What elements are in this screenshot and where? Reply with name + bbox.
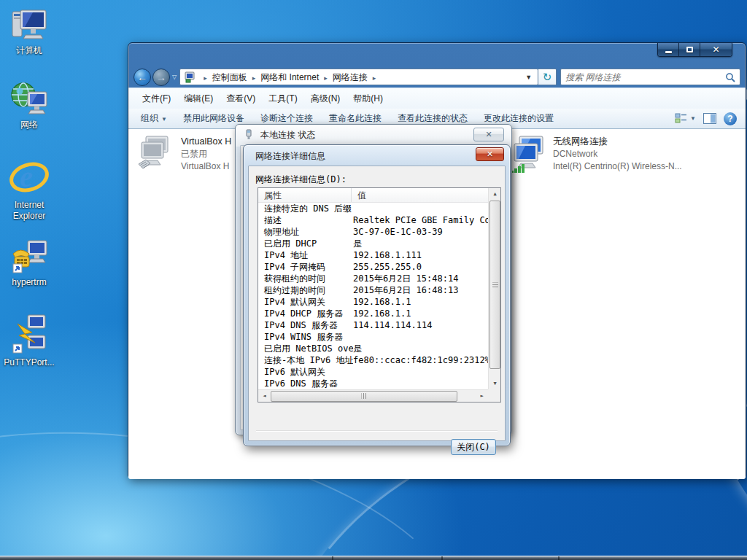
connection-name: VirtualBox H xyxy=(181,135,231,148)
search-box[interactable] xyxy=(560,69,740,85)
caption-buttons: ✕ xyxy=(657,43,732,57)
table-row[interactable]: 连接特定的 DNS 后缀 xyxy=(258,203,488,214)
value-cell: 192.168.1.1 xyxy=(353,308,488,319)
table-row[interactable]: IPv4 DNS 服务器114.114.114.114 xyxy=(258,319,488,331)
title-bar[interactable]: ✕ xyxy=(128,43,746,66)
desktop-icon-network[interactable]: 网络 xyxy=(1,79,57,131)
minimize-button[interactable] xyxy=(658,43,679,56)
taskbar-edge[interactable] xyxy=(0,556,747,560)
help-button[interactable]: ? xyxy=(724,112,737,125)
address-bar-row: ← → ▽ ▸控制面板▸网络和 Internet▸网络连接▸ ▼ ↻ xyxy=(128,66,746,88)
menu-item[interactable]: 高级(N) xyxy=(304,90,347,107)
desktop-icon-computer[interactable]: 计算机 xyxy=(1,4,57,56)
table-row[interactable]: IPv4 默认网关192.168.1.1 xyxy=(258,296,488,308)
vertical-scroll-thumb[interactable] xyxy=(489,201,500,369)
scroll-left-icon[interactable]: ◄ xyxy=(258,390,271,402)
status-dialog-titlebar[interactable]: 本地连接 状态 ✕ xyxy=(236,125,511,145)
table-row[interactable]: IPv6 默认网关 xyxy=(258,366,488,378)
putty-icon xyxy=(1,309,57,354)
details-list-label: 网络连接详细信息(D): xyxy=(255,174,347,186)
taskbar-separator xyxy=(441,556,443,560)
taskbar-separator xyxy=(558,556,560,560)
location-icon xyxy=(184,71,196,83)
breadcrumb-item[interactable]: 网络连接 xyxy=(333,72,368,82)
table-row[interactable]: IPv4 地址192.168.1.111 xyxy=(258,249,488,261)
chevron-down-icon: ▼ xyxy=(690,115,696,122)
search-input[interactable] xyxy=(565,72,725,82)
table-row[interactable]: 已启用 DHCP是 xyxy=(258,238,488,249)
table-row[interactable]: 连接-本地 IPv6 地址fe80::ccac:f482:1c99:2312%1… xyxy=(258,354,488,366)
connection-wireless[interactable]: 无线网络连接 DCNetwork Intel(R) Centrino(R) Wi… xyxy=(509,135,682,174)
refresh-icon: ↻ xyxy=(543,71,552,84)
table-row[interactable]: IPv6 DNS 服务器 xyxy=(258,378,488,389)
refresh-button[interactable]: ↻ xyxy=(538,69,557,85)
disabled-network-icon xyxy=(136,135,175,173)
internet-explorer-icon: e xyxy=(1,159,57,197)
value-cell xyxy=(353,331,488,343)
minimize-icon xyxy=(665,51,672,53)
thumb-grip xyxy=(362,393,367,399)
organize-button[interactable]: 组织▼ xyxy=(133,109,175,128)
horizontal-scroll-thumb[interactable] xyxy=(271,391,457,402)
column-header-value[interactable]: 值 xyxy=(352,188,500,202)
table-row[interactable]: 获得租约的时间2015年6月2日 15:48:14 xyxy=(258,273,488,284)
menu-item[interactable]: 文件(F) xyxy=(136,90,177,107)
connection-status: 已禁用 xyxy=(181,148,231,160)
breadcrumb-separator-icon: ▸ xyxy=(198,74,212,82)
table-row[interactable]: IPv4 WINS 服务器 xyxy=(258,331,488,343)
scroll-down-icon[interactable]: ▼ xyxy=(489,378,501,389)
breadcrumb-item[interactable]: 网络和 Internet xyxy=(260,72,319,82)
maximize-button[interactable] xyxy=(679,43,700,56)
property-cell: IPv4 子网掩码 xyxy=(258,261,353,273)
property-cell: 连接-本地 IPv6 地址 xyxy=(258,354,353,366)
value-cell: 是 xyxy=(353,343,488,354)
table-row[interactable]: IPv4 DHCP 服务器192.168.1.1 xyxy=(258,308,488,319)
column-header-property[interactable]: 属性 xyxy=(258,188,352,202)
computer-icon xyxy=(1,4,57,42)
table-row[interactable]: 物理地址3C-97-0E-1C-03-39 xyxy=(258,226,488,238)
chevron-down-icon: ▼ xyxy=(161,116,167,122)
nic-icon xyxy=(243,129,255,141)
taskbar-separator xyxy=(332,556,333,560)
details-dialog-close-button[interactable]: ✕ xyxy=(476,147,504,161)
status-dialog-close-button[interactable]: ✕ xyxy=(473,128,504,141)
history-dropdown-icon[interactable]: ▽ xyxy=(172,74,177,80)
menu-item[interactable]: 查看(V) xyxy=(220,90,262,107)
table-row[interactable]: 已启用 NetBIOS ove...是 xyxy=(258,343,488,354)
desktop-icon-internet-explorer[interactable]: e Internet Explorer xyxy=(1,159,57,222)
breadcrumb-separator-icon: ▸ xyxy=(247,74,261,82)
scroll-up-icon[interactable]: ▲ xyxy=(489,188,501,200)
value-cell: 192.168.1.111 xyxy=(353,249,488,261)
forward-button[interactable]: → xyxy=(152,69,170,86)
value-cell: 2015年6月2日 16:48:13 xyxy=(353,284,488,296)
vertical-scrollbar[interactable]: ▲ ▼ xyxy=(488,188,500,389)
desktop-icon-puttyport[interactable]: PuTTYPort... xyxy=(1,309,57,368)
connection-virtualbox[interactable]: VirtualBox H 已禁用 VirtualBox H xyxy=(136,135,231,173)
details-listview[interactable]: 属性 值 连接特定的 DNS 后缀描述Realtek PCIe GBE Fami… xyxy=(258,187,501,402)
details-close-button[interactable]: 关闭(C) xyxy=(451,439,496,455)
menu-item[interactable]: 工具(T) xyxy=(262,90,303,107)
breadcrumb[interactable]: ▸控制面板▸网络和 Internet▸网络连接▸ ▼ xyxy=(179,69,538,85)
breadcrumb-separator-icon: ▸ xyxy=(319,74,333,82)
breadcrumb-dropdown-icon[interactable]: ▼ xyxy=(519,74,538,81)
desktop-icon-hypertrm[interactable]: hypertrm xyxy=(1,236,57,288)
table-row[interactable]: IPv4 子网掩码255.255.255.0 xyxy=(258,261,488,273)
menu-item[interactable]: 帮助(H) xyxy=(347,90,390,107)
connection-name: 无线网络连接 xyxy=(553,135,682,148)
table-row[interactable]: 租约过期的时间2015年6月2日 16:48:13 xyxy=(258,284,488,296)
scroll-right-icon[interactable]: ► xyxy=(476,390,488,402)
back-button[interactable]: ← xyxy=(133,69,151,86)
menu-item[interactable]: 编辑(E) xyxy=(177,90,220,107)
back-icon: ← xyxy=(137,71,147,83)
network-icon xyxy=(1,79,57,117)
table-row[interactable]: 描述Realtek PCIe GBE Family Contro xyxy=(258,214,488,226)
preview-pane-button[interactable] xyxy=(703,113,716,124)
search-icon[interactable] xyxy=(725,72,735,82)
network-details-dialog: 网络连接详细信息 ✕ 网络连接详细信息(D): 属性 值 连接特定的 DNS 后… xyxy=(243,144,511,446)
value-cell: Realtek PCIe GBE Family Contro xyxy=(353,214,488,226)
close-button[interactable]: ✕ xyxy=(700,43,732,56)
wireless-network-icon xyxy=(509,135,547,174)
views-button[interactable]: ▼ xyxy=(675,113,696,124)
breadcrumb-item[interactable]: 控制面板 xyxy=(212,72,247,82)
horizontal-scrollbar[interactable]: ◄ ► xyxy=(258,389,488,402)
